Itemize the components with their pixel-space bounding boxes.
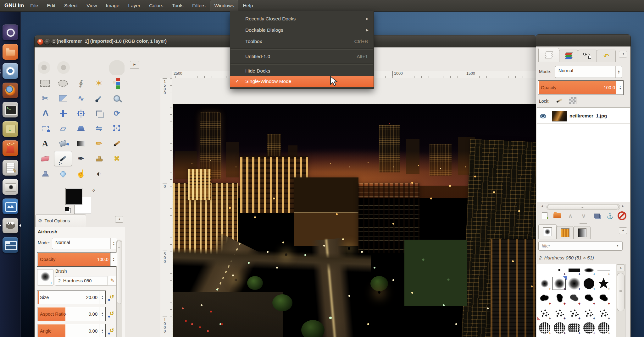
angle-slider[interactable]: Angle 0.00 ▲▼ [37, 324, 106, 337]
scroll-up-icon[interactable]: ▲ [617, 264, 625, 271]
tool-zoom[interactable] [108, 91, 126, 106]
brush-cell[interactable] [596, 264, 611, 276]
brush-cell[interactable] [537, 306, 552, 320]
spinner-arrows-icon[interactable]: ▲▼ [110, 238, 117, 249]
tool-paintbrush[interactable] [108, 136, 126, 151]
tool-move[interactable] [54, 106, 72, 121]
menu[interactable]: Help [238, 0, 257, 11]
brush-cell[interactable] [567, 320, 581, 335]
brushes-vertical-scrollbar[interactable] [616, 264, 625, 337]
collapse-arrow-icon[interactable]: ◄ [619, 51, 627, 57]
layer-mode-select[interactable]: Normal ▲▼ [555, 66, 622, 78]
tool-bucket-fill[interactable] [54, 136, 72, 151]
brush-cell[interactable] [537, 276, 552, 291]
menu[interactable]: Image [101, 0, 124, 11]
scrollbar-thumb[interactable] [117, 241, 121, 304]
scrollbar-thumb[interactable] [617, 273, 625, 311]
brush-cell[interactable] [596, 306, 611, 320]
close-button[interactable] [37, 39, 43, 45]
filter-dropdown-icon[interactable]: ▼ [616, 244, 619, 247]
menu-item[interactable]: Toolbox Ctrl+B [230, 36, 374, 47]
size-slider[interactable]: Size 20.00 ▲▼ [37, 291, 106, 304]
tab-tool-options[interactable]: ⚙ Tool Options [35, 214, 86, 227]
brush-cell[interactable] [596, 291, 611, 306]
raise-layer-button[interactable]: ∧ [566, 211, 575, 220]
menu[interactable]: File [26, 0, 42, 11]
brush-cell[interactable] [537, 320, 552, 335]
launcher-icon-camera[interactable] [3, 179, 18, 195]
tool-paths[interactable]: ∿ [72, 91, 90, 106]
brush-cell[interactable] [596, 276, 611, 291]
collapse-arrow-icon[interactable]: ◄ [115, 216, 123, 223]
tool-text[interactable]: A [36, 136, 54, 151]
brush-cell[interactable] [581, 320, 596, 335]
tool-rotate[interactable]: ⟳ [108, 106, 126, 121]
tool-perspective[interactable] [72, 121, 90, 136]
tool-color-picker[interactable] [90, 91, 108, 106]
visibility-eye-icon[interactable] [540, 114, 546, 118]
brush-cell[interactable] [552, 320, 567, 335]
anchor-layer-button[interactable]: ⚓ [605, 211, 615, 220]
menu-item[interactable]: Hide Docks [230, 66, 374, 76]
launcher-icon-update-manager[interactable] [3, 121, 18, 137]
foreground-color-swatch[interactable] [65, 188, 82, 205]
tool-options-scrollbar[interactable] [116, 240, 122, 337]
brush-cell[interactable] [552, 306, 567, 320]
image-canvas[interactable] [173, 104, 559, 337]
paint-mode-select[interactable]: Normal ▲▼ [52, 238, 117, 249]
tab-undo-history[interactable]: ↶ [597, 50, 616, 62]
menu-item[interactable]: Recently Closed Docks [230, 13, 374, 24]
tab-channels[interactable] [559, 50, 578, 62]
launcher-icon-chromium[interactable] [3, 63, 18, 79]
menu[interactable]: Windows [210, 0, 239, 11]
launcher-icon-workspace-switcher[interactable] [3, 237, 18, 253]
tool-crop[interactable] [90, 106, 108, 121]
brush-cell[interactable] [581, 276, 596, 291]
tool-foreground-select[interactable] [54, 91, 72, 106]
tool-ink[interactable]: ✒ [72, 151, 90, 166]
minimize-button[interactable] [44, 39, 50, 45]
lock-pixels-icon[interactable] [556, 97, 563, 104]
brush-cell[interactable] [581, 306, 596, 320]
brush-cell[interactable] [552, 276, 567, 291]
tool-shear[interactable]: ▱ [54, 121, 72, 136]
delete-layer-button[interactable] [617, 211, 627, 220]
layer-opacity-slider[interactable]: Opacity 100.0 ▲▼ [538, 80, 624, 95]
launcher-icon-software-center[interactable] [3, 140, 18, 156]
menu-item[interactable] [230, 48, 373, 50]
maximize-button[interactable] [51, 39, 57, 45]
tool-blur-sharpen[interactable] [54, 166, 72, 181]
menu[interactable]: Edit [42, 0, 60, 11]
brush-filter-input[interactable] [538, 241, 623, 251]
new-layer-button[interactable] [540, 211, 549, 220]
brush-cell[interactable] [567, 276, 581, 291]
launcher-icon-firefox[interactable] [3, 83, 18, 98]
tool-scissors-select[interactable]: ✂ [36, 91, 54, 106]
reset-angle-button[interactable]: ↺ [108, 327, 116, 335]
launcher-icon-ubuntu-dash[interactable] [3, 24, 18, 40]
scroll-right-icon[interactable]: ► [622, 204, 625, 208]
brush-cell[interactable] [552, 264, 567, 276]
tab-gradients[interactable] [574, 226, 591, 239]
tool-flip[interactable]: ⇋ [90, 121, 108, 136]
tool-gradient[interactable] [72, 136, 90, 151]
swap-colors-icon[interactable]: ⇄ [91, 188, 96, 193]
spinner-arrows-icon[interactable]: ▲▼ [110, 253, 117, 266]
brush-cell[interactable] [537, 291, 552, 306]
menu[interactable]: View [82, 0, 101, 11]
lower-layer-button[interactable]: ∨ [579, 211, 588, 220]
tool-align[interactable] [72, 106, 90, 121]
menu-item[interactable]: Dockable Dialogs [230, 24, 374, 36]
brush-cell[interactable] [567, 264, 581, 276]
brush-cell[interactable] [581, 291, 596, 306]
tool-rectangle-select[interactable] [36, 76, 54, 91]
brush-cell[interactable] [567, 291, 581, 306]
brush-cell[interactable] [596, 320, 611, 335]
tool-pencil[interactable]: ✏ [90, 136, 108, 151]
tool-select-by-color[interactable] [108, 76, 126, 91]
launcher-icon-gimp[interactable] [3, 218, 18, 233]
tool-ellipse-select[interactable] [54, 76, 72, 91]
lock-alpha-icon[interactable] [569, 97, 576, 104]
reset-size-button[interactable]: ↺ [108, 293, 116, 302]
tool-free-select[interactable]: ∮ [72, 76, 90, 91]
